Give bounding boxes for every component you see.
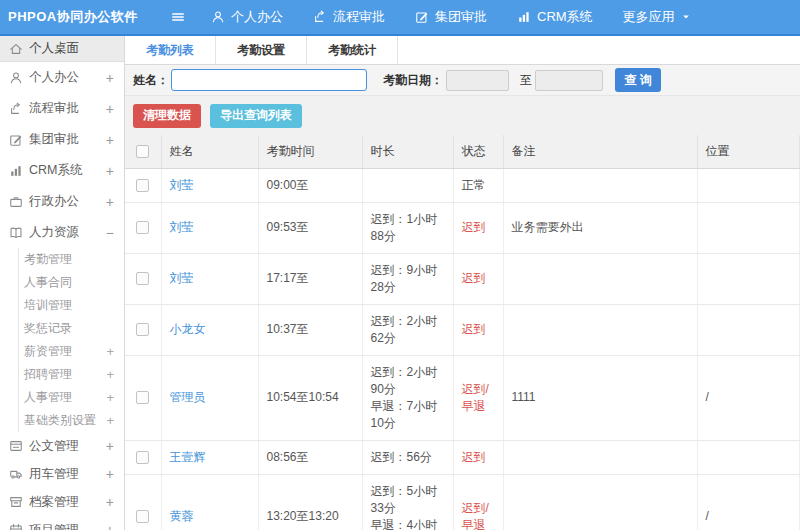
sidebar-item[interactable]: 流程审批+	[0, 93, 124, 124]
tab-item[interactable]: 考勤统计	[307, 36, 398, 64]
nav-item[interactable]: CRM系统	[517, 8, 593, 26]
location-cell	[697, 168, 800, 202]
duration-line: 迟到：2小时90分	[371, 364, 445, 398]
expand-icon[interactable]: +	[106, 344, 114, 359]
sidebar-subitem[interactable]: 招聘管理+	[19, 363, 124, 386]
remark-cell	[503, 168, 697, 202]
sidebar-item-label: 集团审批	[29, 131, 106, 148]
sidebar-item[interactable]: 个人办公+	[0, 62, 124, 93]
expand-icon[interactable]: +	[106, 163, 116, 179]
column-header: 考勤时间	[258, 135, 362, 168]
clean-data-button[interactable]: 清理数据	[133, 104, 201, 128]
row-checkbox[interactable]	[136, 391, 149, 404]
content-area: 考勤列表考勤设置考勤统计 姓名： 考勤日期： 至 查 询 清理数据 导出查询列表	[125, 36, 800, 530]
employee-name-link[interactable]: 王壹辉	[170, 450, 206, 464]
location-cell	[697, 440, 800, 474]
sidebar-subitem[interactable]: 薪资管理+	[19, 340, 124, 363]
expand-icon[interactable]: +	[106, 390, 114, 405]
date-to-input[interactable]	[535, 70, 603, 91]
nav-item[interactable]: 集团审批	[415, 8, 487, 26]
name-cell: 黄蓉	[161, 474, 258, 530]
expand-icon[interactable]: +	[106, 466, 116, 482]
caret-down-icon	[681, 12, 691, 22]
nav-item[interactable]: 更多应用	[623, 8, 691, 26]
sidebar-subitem[interactable]: 基础类别设置+	[19, 409, 124, 432]
sidebar-menu: 个人桌面个人办公+流程审批+集团审批+CRM系统+行政办公+人力资源−考勤管理人…	[0, 36, 124, 530]
sidebar-subitem-label: 培训管理	[24, 297, 114, 314]
attendance-time-cell: 09:53至	[258, 202, 362, 253]
chart-icon	[9, 164, 23, 178]
row-checkbox[interactable]	[136, 510, 149, 523]
status-badge: 迟到/早退	[462, 501, 489, 531]
date-from-input[interactable]	[446, 70, 509, 91]
row-checkbox[interactable]	[136, 323, 149, 336]
duration-line: 迟到：1小时88分	[371, 211, 445, 245]
expand-icon[interactable]: +	[106, 70, 116, 86]
sidebar-submenu: 考勤管理人事合同培训管理奖惩记录薪资管理+招聘管理+人事管理+基础类别设置+	[18, 248, 124, 432]
employee-name-link[interactable]: 小龙女	[170, 322, 206, 336]
sidebar-item[interactable]: 个人桌面	[0, 36, 124, 62]
top-navbar: PHPOA协同办公软件 个人办公流程审批集团审批CRM系统更多应用	[0, 0, 800, 36]
nav-item[interactable]: 个人办公	[211, 8, 283, 26]
sidebar-subitem[interactable]: 人事合同	[19, 271, 124, 294]
tab-active[interactable]: 考勤列表	[125, 36, 216, 64]
sidebar-subitem[interactable]: 考勤管理	[19, 248, 124, 271]
expand-icon[interactable]: +	[106, 522, 116, 530]
collapse-icon[interactable]: −	[106, 225, 116, 241]
table-row: 小龙女10:37至迟到：2小时62分迟到	[125, 304, 800, 355]
document-icon	[9, 439, 23, 453]
employee-name-link[interactable]: 黄蓉	[170, 509, 194, 523]
nav-item[interactable]: 流程审批	[313, 8, 385, 26]
expand-icon[interactable]: +	[106, 367, 114, 382]
expand-icon[interactable]: +	[106, 494, 116, 510]
location-cell	[697, 202, 800, 253]
filter-bar: 姓名： 考勤日期： 至 查 询	[125, 65, 800, 96]
column-header: 姓名	[161, 135, 258, 168]
book-icon	[9, 226, 23, 240]
expand-icon[interactable]: +	[106, 438, 116, 454]
row-checkbox[interactable]	[136, 179, 149, 192]
employee-name-link[interactable]: 刘莹	[170, 271, 194, 285]
expand-icon[interactable]: +	[106, 101, 116, 117]
query-button[interactable]: 查 询	[615, 68, 661, 92]
export-list-button[interactable]: 导出查询列表	[210, 104, 302, 128]
status-cell: 迟到	[453, 202, 503, 253]
sidebar-subitem[interactable]: 人事管理+	[19, 386, 124, 409]
name-filter-label: 姓名：	[133, 72, 169, 89]
sidebar-item[interactable]: 档案管理+	[0, 488, 124, 516]
sidebar-item-label: 公文管理	[29, 438, 106, 455]
name-cell: 王壹辉	[161, 440, 258, 474]
expand-icon[interactable]: +	[106, 132, 116, 148]
row-checkbox[interactable]	[136, 221, 149, 234]
attendance-time-cell: 08:56至	[258, 440, 362, 474]
name-filter-input[interactable]	[171, 69, 367, 91]
sidebar-item[interactable]: 项目管理+	[0, 516, 124, 530]
sidebar-item[interactable]: 集团审批+	[0, 124, 124, 155]
hamburger-menu-button[interactable]	[171, 10, 185, 24]
row-checkbox[interactable]	[136, 272, 149, 285]
employee-name-link[interactable]: 管理员	[170, 390, 206, 404]
table-row: 黄蓉13:20至13:20迟到：5小时33分早退：4小时67分迟到/早退/	[125, 474, 800, 530]
tab-item[interactable]: 考勤设置	[216, 36, 307, 64]
sidebar-item[interactable]: 人力资源−	[0, 217, 124, 248]
expand-icon[interactable]: +	[106, 194, 116, 210]
sidebar-item[interactable]: CRM系统+	[0, 155, 124, 186]
sidebar-item[interactable]: 用车管理+	[0, 460, 124, 488]
sidebar-subitem[interactable]: 培训管理	[19, 294, 124, 317]
expand-icon[interactable]: +	[106, 413, 114, 428]
project-icon	[9, 523, 23, 530]
nav-item-label: CRM系统	[537, 8, 593, 26]
row-checkbox[interactable]	[136, 451, 149, 464]
employee-name-link[interactable]: 刘莹	[170, 220, 194, 234]
sidebar-subitem-label: 奖惩记录	[24, 320, 114, 337]
remark-cell: 业务需要外出	[503, 202, 697, 253]
sidebar-item[interactable]: 公文管理+	[0, 432, 124, 460]
remark-cell: 1111	[503, 355, 697, 440]
status-badge: 正常	[462, 178, 486, 192]
sidebar-subitem[interactable]: 奖惩记录	[19, 317, 124, 340]
user-icon	[9, 71, 23, 85]
sidebar-item[interactable]: 行政办公+	[0, 186, 124, 217]
select-all-checkbox[interactable]	[136, 145, 149, 158]
employee-name-link[interactable]: 刘莹	[170, 178, 194, 192]
table-row: 王壹辉08:56至迟到：56分迟到	[125, 440, 800, 474]
